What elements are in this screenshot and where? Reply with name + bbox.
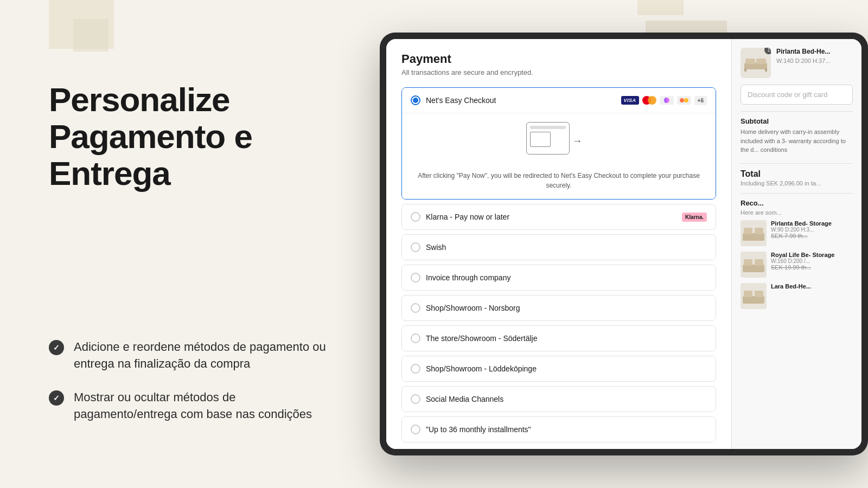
payment-option-nets-header[interactable]: Net's Easy Checkout VISA [402,88,716,113]
payment-option-installments-header[interactable]: "Up to 36 monthly installments" [402,417,716,442]
illustration-wrapper: → [526,122,591,165]
payment-section: Payment All transactions are secure and … [401,52,716,442]
option-label-nets: Net's Easy Checkout [426,96,496,105]
payment-option-sodertalje-header[interactable]: The store/Showroom - Södertälje [402,326,716,351]
reco-img-2 [741,252,767,278]
payment-expanded-nets: → After clicking "Pay Now", you will be … [402,113,716,199]
feature-text-2: Mostrar ou ocultar métodos de pagamento/… [74,389,336,423]
left-panel: Personalize Pagamento e Entrega Adicione… [0,0,369,488]
total-section: Total Including SEK 2,096.00 in ta... [741,163,853,187]
reco-item-2[interactable]: Royal Life Be- Storage W:160 D:200 /... … [741,252,853,278]
reco-img-1 [741,220,767,246]
cart-item-image: 1 [741,48,771,78]
payment-option-swish[interactable]: Swish [401,234,716,260]
payment-option-swish-header[interactable]: Swish [402,235,716,260]
payment-option-klarna-header[interactable]: Klarna - Pay now or later Klarna. [402,204,716,229]
order-summary: Subtotal Home delivery with carry-in ass… [741,111,853,155]
radio-lodde [411,364,420,374]
option-label-row-sodertalje: The store/Showroom - Södertälje [411,333,707,343]
radio-swish [411,242,420,252]
reco-bed-svg-3 [741,283,767,309]
svg-rect-6 [756,59,766,64]
reco-name-1: Pirlanta Bed- Storage [771,220,853,227]
visa-icon: VISA [621,96,639,105]
payment-option-sodertalje[interactable]: The store/Showroom - Södertälje [401,325,716,351]
payment-option-invoice-header[interactable]: Invoice through company [402,265,716,290]
features-list: Adicione e reordene métodos de pagamento… [49,339,336,455]
payment-option-klarna[interactable]: Klarna - Pay now or later Klarna. [401,204,716,230]
reco-bed-svg-2 [741,252,767,278]
cart-item-info: Pirlanta Bed-He... W:140 D:200 H:37... [776,48,853,64]
browser-box [530,132,551,147]
browser-content [530,132,566,147]
payment-title: Payment [401,52,716,66]
payment-option-installments[interactable]: "Up to 36 monthly installments" [401,416,716,442]
radio-installments [411,425,420,434]
reco-item-3[interactable]: Lara Bed-He... [741,283,853,309]
card-icon-3 [660,96,674,105]
cart-item-name: Pirlanta Bed-He... [776,48,853,56]
heading-line1: Personalize [49,81,230,118]
payment-option-social[interactable]: Social Media Channels [401,386,716,412]
reco-info-1: Pirlanta Bed- Storage W:90 D:200 H:3... … [771,220,853,246]
svg-rect-11 [755,228,763,234]
card-plus-icon: +6 [694,96,707,105]
option-label-lodde: Shop/Showroom - Löddeköpinge [426,364,537,373]
option-label-social: Social Media Channels [426,395,503,403]
payment-option-lodde[interactable]: Shop/Showroom - Löddeköpinge [401,356,716,382]
svg-rect-12 [743,265,764,272]
payment-option-norsborg-header[interactable]: Shop/Showroom - Norsborg [402,296,716,320]
option-label-swish: Swish [426,243,446,252]
subtotal-label: Subtotal [741,117,853,125]
svg-point-3 [684,98,688,102]
discount-code-field[interactable]: Discount code or gift card [741,85,853,105]
reco-name-2: Royal Life Be- Storage [771,252,853,258]
reco-item-1[interactable]: Pirlanta Bed- Storage W:90 D:200 H:3... … [741,220,853,246]
klarna-icon: Klarna. [682,213,707,222]
checkout-area: Payment All transactions are secure and … [386,39,731,449]
svg-point-2 [680,98,684,102]
option-label-row-social: Social Media Channels [411,394,707,404]
arrow-icon: → [572,136,582,147]
radio-klarna [411,212,420,222]
payment-option-lodde-header[interactable]: Shop/Showroom - Löddeköpinge [402,356,716,381]
bed-illustration [743,53,768,73]
payment-option-invoice[interactable]: Invoice through company [401,265,716,291]
svg-rect-17 [755,291,763,297]
option-label-norsborg: Shop/Showroom - Norsborg [426,304,520,312]
svg-rect-9 [743,233,764,241]
svg-rect-16 [744,291,752,297]
reco-info-3: Lara Bed-He... [771,283,853,309]
option-label-row-klarna: Klarna - Pay now or later [411,212,682,222]
check-icon-2 [49,390,64,406]
payment-option-nets[interactable]: Net's Easy Checkout VISA [401,87,716,200]
svg-rect-7 [744,68,746,72]
option-label-installments: "Up to 36 monthly installments" [426,425,531,434]
payment-option-social-header[interactable]: Social Media Channels [402,387,716,412]
svg-point-1 [664,98,667,103]
reco-img-3 [741,283,767,309]
option-label-row-norsborg: Shop/Showroom - Norsborg [411,303,707,313]
checkout-sidebar: 1 Pirlanta Bed-He... W:140 D:200 H:37...… [731,39,861,449]
option-label-klarna: Klarna - Pay now or later [426,213,509,221]
heading-line2: Pagamento e [49,118,252,155]
payment-subtitle: All transactions are secure and encrypte… [401,68,716,76]
browser-bar [530,126,566,129]
heading-line3: Entrega [49,155,170,192]
feature-item-1: Adicione e reordene métodos de pagamento… [49,339,336,373]
radio-nets [411,95,420,105]
illustration-browser [526,122,570,155]
reco-bed-svg-1 [741,220,767,246]
radio-invoice [411,273,420,282]
option-label-invoice: Invoice through company [426,273,510,282]
checkout-main: Payment All transactions are secure and … [386,39,731,449]
check-icon-1 [49,340,64,355]
payment-option-norsborg[interactable]: Shop/Showroom - Norsborg [401,295,716,321]
option-icons-nets: VISA [621,96,707,105]
radio-norsborg [411,303,420,313]
option-label-sodertalje: The store/Showroom - Södertälje [426,334,537,343]
total-label: Total [741,169,853,179]
feature-text-1: Adicione e reordene métodos de pagamento… [74,339,336,373]
option-label-row-lodde: Shop/Showroom - Löddeköpinge [411,364,707,374]
reco-dims-1: W:90 D:200 H:3... [771,227,853,233]
